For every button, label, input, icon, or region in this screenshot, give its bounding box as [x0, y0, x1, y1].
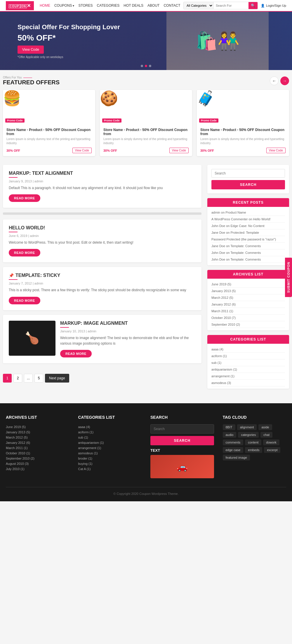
footer-archive-2[interactable]: January 2013 (5) [6, 430, 69, 435]
page-btn-1[interactable]: 1 [3, 374, 12, 383]
read-more-btn-3[interactable]: READ MORE [9, 297, 40, 304]
footer-category-6[interactable]: asmodeus (1) [78, 451, 142, 456]
hero-dot-2[interactable] [145, 65, 147, 67]
page-btn-5[interactable]: 5 [34, 374, 43, 383]
hero-dot-3[interactable] [149, 65, 151, 67]
offers-grid: 🍔 Promo Code Store Name - Product - 50% … [3, 90, 289, 156]
promo-badge-1: Promo Code [5, 118, 25, 123]
tag-chat[interactable]: chat [260, 432, 272, 438]
footer-archive-4[interactable]: January 2012 (6) [6, 440, 69, 445]
footer-archive-9[interactable]: July 2010 (1) [6, 466, 69, 472]
recent-post-7[interactable]: John Doe on Template: Comments [211, 249, 285, 256]
archive-4[interactable]: January 2012 (6) [211, 301, 285, 308]
footer-category-9[interactable]: Cat A (1) [78, 466, 142, 472]
nav-categories[interactable]: CATEGORIES [97, 4, 120, 8]
tag-categories[interactable]: categories [238, 432, 259, 438]
footer-archive-1[interactable]: June 2019 (5) [6, 424, 69, 430]
category-6[interactable]: asmodeus (3) [211, 380, 285, 386]
promo-badge-2: Promo Code [102, 118, 121, 123]
footer-category-7[interactable]: broder (1) [78, 456, 142, 461]
sidebar-search-button[interactable]: SEARCH [211, 180, 285, 189]
footer-category-1[interactable]: aaaa (4) [78, 424, 142, 430]
header-search-button[interactable]: 🔍 [248, 2, 258, 9]
tag-alignment[interactable]: alignment [237, 424, 257, 430]
footer-archive-7[interactable]: September 2010 (2) [6, 456, 69, 461]
footer-search-input[interactable] [150, 424, 214, 434]
tag-excerpt[interactable]: excerpt [264, 447, 280, 453]
off-badge-1: 30% OFF [6, 149, 20, 152]
archive-2[interactable]: January 2013 (5) [211, 288, 285, 294]
category-2[interactable]: aciform (1) [211, 353, 285, 359]
tag-featured-image[interactable]: featured image [223, 455, 250, 460]
page-btn-2[interactable]: 2 [13, 374, 22, 383]
next-page-button[interactable]: Next page [45, 374, 69, 383]
submit-coupon-button[interactable]: SUBMIT COUPON [285, 258, 292, 297]
nav-home[interactable]: HOME [40, 4, 50, 8]
offer-footer-3: 30% OFF View Code [200, 148, 286, 153]
category-5[interactable]: arrangement (1) [211, 373, 285, 380]
offer-card-3: 🧳 Promo Code Store Name - Product - 50% … [197, 90, 289, 156]
offer-desc-3: Lorem ipsum is simply dummy text of the … [200, 137, 286, 145]
category-4[interactable]: antiquarianism (1) [211, 366, 285, 373]
off-badge-2: 30% OFF [103, 149, 117, 152]
tag-comments[interactable]: comments [223, 439, 244, 445]
footer-category-2[interactable]: aciform (1) [78, 430, 142, 435]
nav-coupons[interactable]: COUPONS [54, 4, 74, 8]
main-nav: HOME COUPONS STORES CATEGORIES HOT DEALS… [40, 4, 183, 8]
footer-search-button[interactable]: SEARCH [150, 436, 214, 445]
carousel-next-button[interactable]: → [280, 76, 289, 85]
footer-archive-3[interactable]: March 2012 (5) [6, 435, 69, 440]
footer-archive-6[interactable]: October 2010 (1) [6, 451, 69, 456]
archive-5[interactable]: March 2011 (1) [211, 308, 285, 315]
tag-audio[interactable]: audio [223, 432, 237, 438]
footer-category-8[interactable]: buying (1) [78, 461, 142, 466]
nav-hot-deals[interactable]: HOT DEALS [124, 4, 143, 8]
read-more-btn-4[interactable]: READ MORE [60, 350, 92, 357]
footer-category-4[interactable]: antiquarianism (1) [78, 440, 142, 445]
sidebar-search-input[interactable] [211, 169, 285, 178]
recent-post-3[interactable]: John Doe on Edge Case: No Content [211, 223, 285, 229]
page-btn-ellipsis[interactable]: ... [24, 374, 33, 383]
archive-3[interactable]: March 2012 (5) [211, 294, 285, 301]
tag-aside[interactable]: aside [258, 424, 272, 430]
search-category-select[interactable]: All Categories [184, 2, 213, 9]
nav-stores[interactable]: STORES [78, 4, 93, 8]
recent-post-6[interactable]: Jane Doe on Template: Comments [211, 243, 285, 249]
archive-7[interactable]: September 2010 (2) [211, 321, 285, 328]
tag-embeds[interactable]: embeds [245, 447, 262, 453]
archive-6[interactable]: October 2010 (7) [211, 315, 285, 321]
recent-post-5[interactable]: Password Protected (the password is "raz… [211, 236, 285, 243]
tag-8bit[interactable]: 8BIT [223, 424, 235, 430]
hero-dot-1[interactable] [141, 65, 143, 67]
category-3[interactable]: sub (1) [211, 359, 285, 366]
header-search-input[interactable] [213, 2, 248, 9]
tag-content[interactable]: content [245, 439, 261, 445]
hero-view-code-button[interactable]: View Code [18, 46, 44, 54]
tag-edge-case[interactable]: edge case [223, 447, 244, 453]
nav-about[interactable]: ABOUT [147, 4, 159, 8]
archive-1[interactable]: June 2019 (5) [211, 281, 285, 288]
view-code-btn-1[interactable]: View Code [72, 148, 92, 153]
category-1[interactable]: aaaa (4) [211, 346, 285, 353]
footer-category-5[interactable]: arrangement (1) [78, 445, 142, 451]
footer-archive-8[interactable]: August 2010 (3) [6, 461, 69, 466]
tag-dowork[interactable]: dowork [263, 439, 279, 445]
footer-archive-5[interactable]: March 2011 (1) [6, 445, 69, 451]
view-code-btn-2[interactable]: View Code [169, 148, 189, 153]
archives-widget: ARCHIVES LIST June 2019 (5) January 2013… [207, 270, 289, 330]
recent-post-1[interactable]: admin on Product Name [211, 209, 285, 216]
main-container: Offers For You FEATURED OFFERS ← → 🍔 Pro… [0, 70, 292, 395]
post-with-image-4: 🍗 MARKUP: IMAGE ALIGNMENT January 10, 20… [9, 321, 196, 357]
site-logo[interactable]: COUPON✕ [6, 1, 34, 10]
recent-post-2[interactable]: A WordPress Commenter on Hello World! [211, 216, 285, 223]
carousel-prev-button[interactable]: ← [270, 76, 279, 85]
nav-contact[interactable]: CONTACT [164, 4, 180, 8]
read-more-btn-1[interactable]: READ MORE [9, 194, 40, 202]
read-more-btn-2[interactable]: READ MORE [9, 249, 40, 256]
recent-post-4[interactable]: Jane Doe on Protected: Template [211, 229, 285, 236]
recent-post-8[interactable]: John Doe on Template: Comments [211, 256, 285, 263]
login-button[interactable]: 👤 Login/Sign Up [261, 4, 286, 8]
blog-posts: MARKUP: TEXT ALIGNMENT January 9, 2013 |… [3, 165, 201, 389]
footer-category-3[interactable]: sub (1) [78, 435, 142, 440]
view-code-btn-3[interactable]: View Code [266, 148, 286, 153]
